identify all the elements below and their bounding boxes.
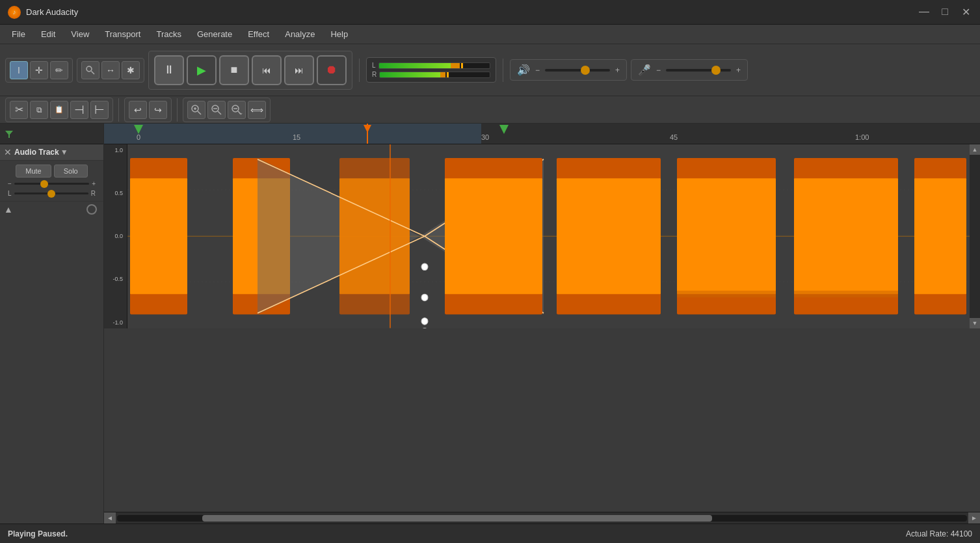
menu-file[interactable]: File xyxy=(5,27,32,42)
minimize-button[interactable]: — xyxy=(918,6,931,18)
y-label-0: 0.0 xyxy=(105,233,126,239)
close-button[interactable]: ✕ xyxy=(959,6,972,18)
scroll-up-button[interactable]: ▲ xyxy=(970,144,980,155)
divider-2 xyxy=(503,59,503,82)
pan-slider[interactable] xyxy=(14,192,88,194)
draw-tool-button[interactable]: ✏ xyxy=(50,61,68,79)
vu-right-fill-green xyxy=(380,72,440,77)
svg-rect-47 xyxy=(914,178,966,294)
expand-button[interactable]: ▲ xyxy=(4,204,13,215)
record-thumb xyxy=(711,66,721,75)
selection-tools: I ✛ ✏ xyxy=(5,58,73,83)
zoom-in-button[interactable] xyxy=(187,101,205,119)
playback-minus[interactable]: − xyxy=(535,66,540,75)
edit-toolbar-row: ✂ ⧉ 📋 ⊣ ⊢ ↩ ↪ xyxy=(0,96,980,124)
playback-mixer: 🔊 − + xyxy=(510,59,627,81)
multi-tool-button[interactable]: ✛ xyxy=(30,61,48,79)
svg-rect-39 xyxy=(557,178,661,294)
scroll-track[interactable] xyxy=(970,155,980,318)
playback-plus[interactable]: + xyxy=(615,66,620,75)
track-name-label: Audio Track xyxy=(14,148,59,157)
h-scroll-track[interactable] xyxy=(117,515,967,522)
pan-thumb xyxy=(47,190,55,198)
y-label-1: 1.0 xyxy=(105,147,126,153)
svg-line-1 xyxy=(92,71,95,74)
svg-line-3 xyxy=(198,111,201,114)
track-dropdown-button[interactable]: ▼ xyxy=(60,148,68,157)
pause-button[interactable]: ⏸ xyxy=(154,55,184,85)
forward-button[interactable]: ⏭ xyxy=(284,55,314,85)
playback-slider[interactable] xyxy=(545,69,610,72)
volume-thumb xyxy=(40,180,48,188)
h-scroll-thumb xyxy=(202,515,712,522)
vu-left-label: L xyxy=(372,62,376,69)
select-tool-button[interactable]: I xyxy=(10,61,28,79)
vu-left-peak xyxy=(461,63,463,68)
menu-analyze[interactable]: Analyze xyxy=(278,27,321,42)
track-footer: ▲ xyxy=(0,201,103,217)
pan-row: L R xyxy=(4,190,99,197)
maximize-button[interactable]: □ xyxy=(938,6,951,18)
y-label-m05: -0.5 xyxy=(105,276,126,282)
ruler-left-spacer xyxy=(0,124,103,144)
zoom-select-tool-button[interactable] xyxy=(81,61,99,79)
trim-right-button[interactable]: ⊢ xyxy=(90,101,109,119)
horizontal-scrollbar: ◄ ► xyxy=(104,512,980,523)
copy-button[interactable]: ⧉ xyxy=(30,101,48,119)
svg-rect-25 xyxy=(339,178,410,294)
fit-zoom-button[interactable]: ↔ xyxy=(228,101,246,119)
record-mixer: 🎤 − + xyxy=(631,59,748,81)
trim-left-button[interactable]: ⊣ xyxy=(70,101,88,119)
divider-1 xyxy=(359,59,360,82)
zoom-out-button[interactable] xyxy=(207,101,226,119)
multi2-tool-button[interactable]: ✱ xyxy=(122,61,140,79)
ruler-bar: 0 15 30 45 1:00 xyxy=(104,124,980,144)
history-tools: ↩ ↪ xyxy=(124,98,172,122)
scroll-right-button[interactable]: ► xyxy=(968,512,980,524)
svg-rect-37 xyxy=(445,178,542,294)
empty-area xyxy=(104,328,980,512)
mic-icon: 🎤 xyxy=(638,64,651,76)
vol-plus[interactable]: + xyxy=(92,180,96,187)
toolbar-area: I ✛ ✏ ↔ ✱ ⏸ ▶ ■ ⏮ ⏭ ⏺ xyxy=(0,44,980,96)
undo-button[interactable]: ↩ xyxy=(129,101,147,119)
play-button[interactable]: ▶ xyxy=(187,55,217,85)
volume-row: − + xyxy=(4,180,99,187)
record-button[interactable]: ⏺ xyxy=(317,55,347,85)
scroll-left-button[interactable]: ◄ xyxy=(104,512,116,524)
track-close-button[interactable]: ✕ xyxy=(4,147,12,157)
record-plus[interactable]: + xyxy=(736,66,741,75)
vol-minus[interactable]: − xyxy=(8,180,12,187)
volume-slider[interactable] xyxy=(14,183,89,185)
vu-right-bar xyxy=(379,72,490,78)
menu-view[interactable]: View xyxy=(64,27,96,42)
svg-rect-41 xyxy=(677,178,776,294)
cut-button[interactable]: ✂ xyxy=(10,101,28,119)
mute-button[interactable]: Mute xyxy=(16,165,51,178)
vu-left-fill-green xyxy=(379,63,451,68)
svg-text:↔: ↔ xyxy=(238,111,243,116)
record-slider[interactable] xyxy=(666,69,731,72)
menu-effect[interactable]: Effect xyxy=(241,27,276,42)
solo-button[interactable]: Solo xyxy=(54,165,88,178)
menu-transport[interactable]: Transport xyxy=(98,27,147,42)
ruler-label-45: 45 xyxy=(670,124,678,144)
ruler-label-60: 1:00 xyxy=(855,124,869,144)
stop-button[interactable]: ■ xyxy=(219,55,249,85)
menu-edit[interactable]: Edit xyxy=(34,27,62,42)
menu-tracks[interactable]: Tracks xyxy=(150,27,188,42)
svg-rect-44 xyxy=(794,178,898,294)
menu-help[interactable]: Help xyxy=(324,27,354,42)
nav-tools: ↔ ✱ xyxy=(77,58,144,83)
scroll-down-button[interactable]: ▼ xyxy=(970,318,980,328)
paste-button[interactable]: 📋 xyxy=(50,101,68,119)
vu-left-row: L xyxy=(372,62,490,69)
redo-button[interactable]: ↪ xyxy=(149,101,167,119)
fit-width-button[interactable]: ⟺ xyxy=(248,101,266,119)
time-shift-tool-button[interactable]: ↔ xyxy=(101,61,120,79)
record-minus[interactable]: − xyxy=(656,66,661,75)
track-controls-panel: ✕ Audio Track ▼ Mute Solo − + xyxy=(0,124,104,523)
menu-generate[interactable]: Generate xyxy=(191,27,239,42)
divider-4 xyxy=(177,98,178,122)
rewind-button[interactable]: ⏮ xyxy=(252,55,282,85)
